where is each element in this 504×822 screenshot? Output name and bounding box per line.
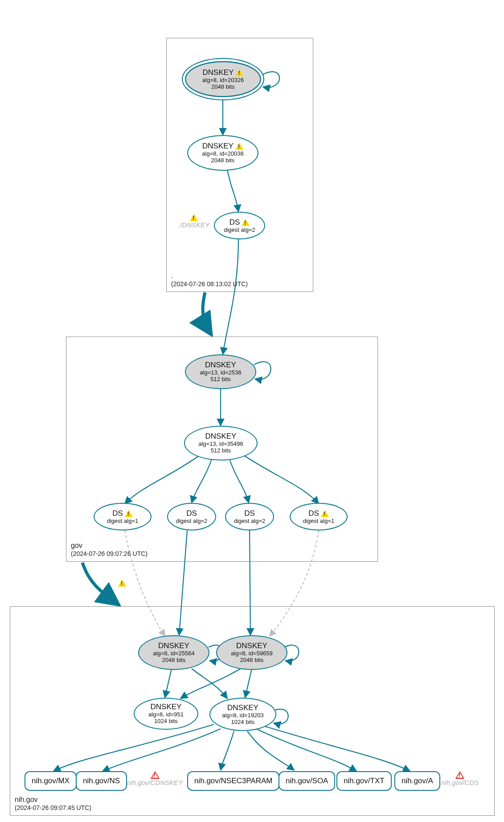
root-ds-line1: digest alg=2 <box>224 227 255 234</box>
rrset-a[interactable]: nih.gov/A <box>394 771 440 791</box>
rrset-soa[interactable]: nih.gov/SOA <box>279 771 335 791</box>
gov-zsk-title: DNSKEY <box>205 432 237 441</box>
nih-zsk2-title: DNSKEY <box>227 703 258 712</box>
nih-zsk1-dnskey[interactable]: DNSKEY alg=8, id=951 1024 bits <box>134 698 198 730</box>
rrset-ns[interactable]: nih.gov/NS <box>76 771 127 791</box>
gov-ds4[interactable]: DS digest alg=1 <box>290 503 348 530</box>
nih-ksk1-line1: alg=8, id=25564 <box>153 650 194 657</box>
nih-zsk1-line1: alg=8, id=951 <box>148 711 184 718</box>
root-zsk-line1: alg=8, id=20038 <box>202 151 243 157</box>
nih-ksk2-line2: 2048 bits <box>240 657 264 664</box>
gov-ds3[interactable]: DS digest alg=2 <box>225 503 274 530</box>
rrset-txt[interactable]: nih.gov/TXT <box>336 771 392 791</box>
zone-nihgov-label: nih.gov (2024-07-26 09:07:45 UTC) <box>15 795 91 812</box>
root-ghost-dnskey: ./DNSKEY <box>178 214 209 229</box>
root-zsk-dnskey[interactable]: DNSKEY alg=8, id=20038 2048 bits <box>187 135 258 171</box>
gov-ksk-line1: alg=13, id=2536 <box>200 370 241 376</box>
nih-ghost-cdnskey: nih.gov/CDNSKEY <box>127 771 183 786</box>
root-ksk-line2: 2048 bits <box>211 84 235 90</box>
nih-zsk1-title: DNSKEY <box>151 703 182 711</box>
nih-zsk1-line2: 1024 bits <box>154 718 178 725</box>
gov-ds4-title: DS <box>308 509 329 518</box>
gov-zsk-dnskey[interactable]: DNSKEY alg=13, id=35496 512 bits <box>184 426 258 460</box>
nih-ksk1-title: DNSKEY <box>158 641 189 650</box>
root-ghost-dnskey-label: ./DNSKEY <box>178 221 209 229</box>
root-ksk-line1: alg=8, id=20326 <box>202 77 244 84</box>
nih-ghost-cds-label: nih.gov/CDS <box>441 779 479 786</box>
nih-ghost-cdnskey-label: nih.gov/CDNSKEY <box>127 779 183 786</box>
gov-ds1-line1: digest alg=1 <box>107 518 138 525</box>
warning-icon <box>125 510 133 517</box>
root-zsk-title: DNSKEY <box>202 142 243 151</box>
warning-icon <box>235 143 243 150</box>
nih-zsk2-line2: 1024 bits <box>231 719 255 726</box>
root-ds-title: DS <box>229 218 250 227</box>
gov-zsk-line1: alg=13, id=35496 <box>198 441 243 448</box>
error-icon <box>455 771 464 779</box>
root-ksk-title: DNSKEY <box>203 68 244 77</box>
gov-ds2-line1: digest alg=2 <box>176 518 207 525</box>
gov-ds1[interactable]: DS digest alg=1 <box>94 503 152 530</box>
root-ds[interactable]: DS digest alg=2 <box>214 212 265 239</box>
zone-gov-label: gov (2024-07-26 09:07:26 UTC) <box>71 541 148 558</box>
warning-icon <box>235 69 243 76</box>
root-zsk-line2: 2048 bits <box>211 157 235 164</box>
zone-root-timestamp: (2024-07-26 08:13:02 UTC) <box>171 280 248 288</box>
gov-ds2-title: DS <box>186 509 197 518</box>
nih-ghost-cds: nih.gov/CDS <box>441 771 479 786</box>
gov-ds4-line1: digest alg=1 <box>303 518 334 525</box>
gov-ksk-dnskey[interactable]: DNSKEY alg=13, id=2536 512 bits <box>185 354 256 389</box>
nih-ksk1-line2: 2048 bits <box>162 657 186 664</box>
warning-icon <box>190 214 198 221</box>
zone-root-name: . <box>171 271 248 280</box>
warning-icon <box>118 580 126 587</box>
nih-ksk2-dnskey[interactable]: DNSKEY alg=8, id=59659 2048 bits <box>216 635 287 670</box>
gov-ds1-title: DS <box>112 509 133 518</box>
gov-ds3-line1: digest alg=2 <box>234 518 265 525</box>
zone-gov-timestamp: (2024-07-26 09:07:26 UTC) <box>71 550 148 558</box>
gov-ksk-line2: 512 bits <box>210 376 231 383</box>
error-icon <box>151 771 160 779</box>
gov-ds2[interactable]: DS digest alg=2 <box>167 503 216 530</box>
rrset-mx[interactable]: nih.gov/MX <box>25 771 77 791</box>
zone-nihgov-name: nih.gov <box>15 795 91 804</box>
warning-icon <box>242 219 250 226</box>
gov-zsk-line2: 512 bits <box>211 448 231 454</box>
zone-gov-name: gov <box>71 541 148 550</box>
zone-nihgov-timestamp: (2024-07-26 09:07:45 UTC) <box>15 804 91 812</box>
nih-zsk2-dnskey[interactable]: DNSKEY alg=8, id=19203 1024 bits <box>209 698 276 731</box>
root-ksk-dnskey[interactable]: DNSKEY alg=8, id=20326 2048 bits <box>182 58 264 100</box>
warning-icon <box>321 510 329 517</box>
nih-ksk1-dnskey[interactable]: DNSKEY alg=8, id=25564 2048 bits <box>138 635 209 670</box>
gov-ksk-title: DNSKEY <box>205 361 236 370</box>
nih-ksk2-title: DNSKEY <box>236 641 267 650</box>
nih-zsk2-line1: alg=8, id=19203 <box>222 712 263 719</box>
nih-ksk2-line1: alg=8, id=59659 <box>231 650 272 657</box>
gov-ds3-title: DS <box>244 509 255 518</box>
rrset-nsec3param[interactable]: nih.gov/NSEC3PARAM <box>187 771 279 791</box>
zone-root-label: . (2024-07-26 08:13:02 UTC) <box>171 271 248 288</box>
